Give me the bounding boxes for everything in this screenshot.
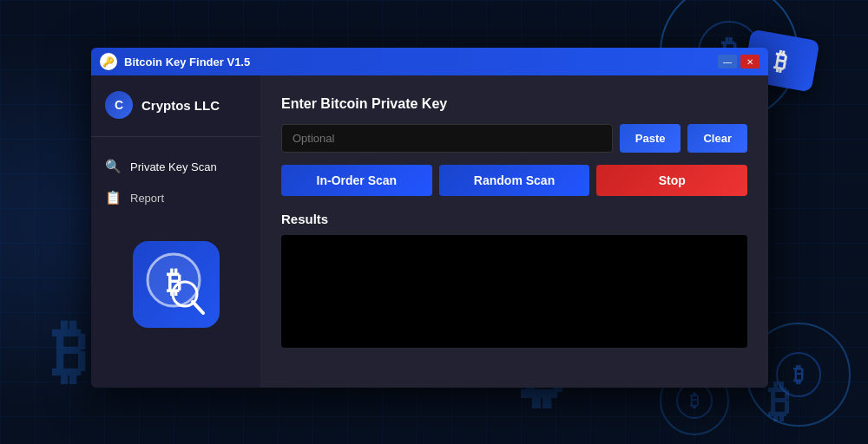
main-content: Enter Bitcoin Private Key Paste Clear In… xyxy=(260,75,768,388)
results-title: Results xyxy=(281,212,747,226)
title-bar: 🔑 Bitcoin Key Finder V1.5 — ✕ xyxy=(91,48,768,75)
in-order-scan-button[interactable]: In-Order Scan xyxy=(281,165,432,196)
report-icon: 📋 xyxy=(105,190,122,206)
input-row: Paste Clear xyxy=(281,124,747,153)
section-title: Enter Bitcoin Private Key xyxy=(281,96,747,112)
sidebar-logo-area: ₿ xyxy=(91,227,260,342)
sidebar-item-label-2: Report xyxy=(130,192,164,205)
stop-button[interactable]: Stop xyxy=(596,165,747,196)
bg-btc-symbol-1: ₿ xyxy=(52,312,87,392)
floating-btc-letter: ₿ xyxy=(773,46,790,76)
sidebar-item-label-1: Private Key Scan xyxy=(130,160,217,173)
title-bar-controls: — ✕ xyxy=(718,55,760,69)
brand-icon: C xyxy=(105,91,133,119)
sidebar-brand: C Cryptos LLC xyxy=(91,91,260,137)
paste-button[interactable]: Paste xyxy=(620,124,681,153)
app-icon: 🔑 xyxy=(100,53,117,70)
close-button[interactable]: ✕ xyxy=(740,55,760,69)
minimize-button[interactable]: — xyxy=(718,55,737,69)
private-key-input[interactable] xyxy=(281,124,613,153)
sidebar-item-report[interactable]: 📋 Report xyxy=(91,182,260,213)
search-icon: 🔍 xyxy=(105,159,122,174)
action-row: In-Order Scan Random Scan Stop xyxy=(281,165,747,196)
app-window: 🔑 Bitcoin Key Finder V1.5 — ✕ C Cryptos … xyxy=(91,48,768,388)
svg-text:₿: ₿ xyxy=(690,391,699,410)
sidebar: C Cryptos LLC 🔍 Private Key Scan 📋 Repor… xyxy=(91,75,260,388)
clear-button[interactable]: Clear xyxy=(687,124,747,153)
app-body: C Cryptos LLC 🔍 Private Key Scan 📋 Repor… xyxy=(91,75,768,388)
sidebar-item-private-key-scan[interactable]: 🔍 Private Key Scan xyxy=(91,151,260,182)
brand-name: Cryptos LLC xyxy=(141,98,220,113)
svg-text:₿: ₿ xyxy=(793,362,804,386)
logo-svg: ₿ xyxy=(137,245,215,323)
logo-box: ₿ xyxy=(133,241,220,328)
results-box xyxy=(281,235,747,348)
title-bar-text: Bitcoin Key Finder V1.5 xyxy=(124,56,250,69)
sidebar-nav: 🔍 Private Key Scan 📋 Report xyxy=(91,137,260,227)
title-bar-left: 🔑 Bitcoin Key Finder V1.5 xyxy=(100,53,250,70)
svg-line-9 xyxy=(193,302,203,313)
random-scan-button[interactable]: Random Scan xyxy=(439,165,590,196)
